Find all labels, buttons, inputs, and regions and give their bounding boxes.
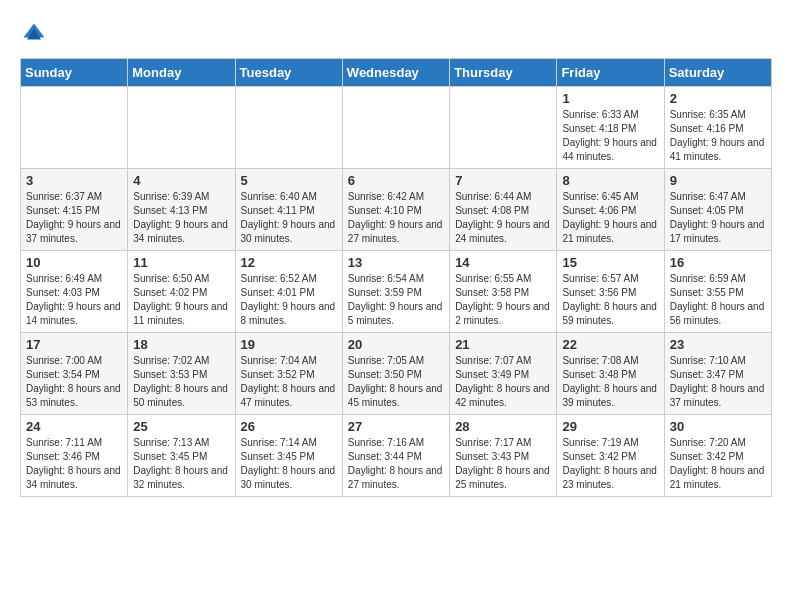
week-row-3: 10Sunrise: 6:49 AM Sunset: 4:03 PM Dayli…: [21, 251, 772, 333]
day-number: 15: [562, 255, 658, 270]
day-number: 2: [670, 91, 766, 106]
day-info: Sunrise: 7:14 AM Sunset: 3:45 PM Dayligh…: [241, 436, 337, 492]
calendar-cell: 24Sunrise: 7:11 AM Sunset: 3:46 PM Dayli…: [21, 415, 128, 497]
day-number: 21: [455, 337, 551, 352]
day-number: 10: [26, 255, 122, 270]
day-number: 29: [562, 419, 658, 434]
day-number: 7: [455, 173, 551, 188]
day-number: 13: [348, 255, 444, 270]
column-header-sunday: Sunday: [21, 59, 128, 87]
day-info: Sunrise: 6:44 AM Sunset: 4:08 PM Dayligh…: [455, 190, 551, 246]
day-info: Sunrise: 7:20 AM Sunset: 3:42 PM Dayligh…: [670, 436, 766, 492]
calendar-cell: 29Sunrise: 7:19 AM Sunset: 3:42 PM Dayli…: [557, 415, 664, 497]
day-number: 30: [670, 419, 766, 434]
calendar-cell: 30Sunrise: 7:20 AM Sunset: 3:42 PM Dayli…: [664, 415, 771, 497]
column-header-friday: Friday: [557, 59, 664, 87]
calendar-cell: 14Sunrise: 6:55 AM Sunset: 3:58 PM Dayli…: [450, 251, 557, 333]
calendar-cell: 4Sunrise: 6:39 AM Sunset: 4:13 PM Daylig…: [128, 169, 235, 251]
calendar-cell: [450, 87, 557, 169]
day-info: Sunrise: 6:52 AM Sunset: 4:01 PM Dayligh…: [241, 272, 337, 328]
day-info: Sunrise: 6:40 AM Sunset: 4:11 PM Dayligh…: [241, 190, 337, 246]
column-header-tuesday: Tuesday: [235, 59, 342, 87]
page-header: [20, 20, 772, 48]
day-info: Sunrise: 6:54 AM Sunset: 3:59 PM Dayligh…: [348, 272, 444, 328]
day-info: Sunrise: 6:33 AM Sunset: 4:18 PM Dayligh…: [562, 108, 658, 164]
day-number: 23: [670, 337, 766, 352]
week-row-2: 3Sunrise: 6:37 AM Sunset: 4:15 PM Daylig…: [21, 169, 772, 251]
day-info: Sunrise: 6:57 AM Sunset: 3:56 PM Dayligh…: [562, 272, 658, 328]
calendar-cell: 21Sunrise: 7:07 AM Sunset: 3:49 PM Dayli…: [450, 333, 557, 415]
week-row-5: 24Sunrise: 7:11 AM Sunset: 3:46 PM Dayli…: [21, 415, 772, 497]
day-number: 19: [241, 337, 337, 352]
calendar-cell: 17Sunrise: 7:00 AM Sunset: 3:54 PM Dayli…: [21, 333, 128, 415]
calendar-cell: 9Sunrise: 6:47 AM Sunset: 4:05 PM Daylig…: [664, 169, 771, 251]
day-number: 9: [670, 173, 766, 188]
calendar-cell: 15Sunrise: 6:57 AM Sunset: 3:56 PM Dayli…: [557, 251, 664, 333]
calendar-cell: 16Sunrise: 6:59 AM Sunset: 3:55 PM Dayli…: [664, 251, 771, 333]
day-info: Sunrise: 7:02 AM Sunset: 3:53 PM Dayligh…: [133, 354, 229, 410]
day-number: 12: [241, 255, 337, 270]
day-info: Sunrise: 6:47 AM Sunset: 4:05 PM Dayligh…: [670, 190, 766, 246]
calendar-cell: 12Sunrise: 6:52 AM Sunset: 4:01 PM Dayli…: [235, 251, 342, 333]
day-info: Sunrise: 6:37 AM Sunset: 4:15 PM Dayligh…: [26, 190, 122, 246]
calendar-cell: 27Sunrise: 7:16 AM Sunset: 3:44 PM Dayli…: [342, 415, 449, 497]
calendar-cell: 19Sunrise: 7:04 AM Sunset: 3:52 PM Dayli…: [235, 333, 342, 415]
day-number: 25: [133, 419, 229, 434]
day-info: Sunrise: 7:13 AM Sunset: 3:45 PM Dayligh…: [133, 436, 229, 492]
day-number: 17: [26, 337, 122, 352]
day-info: Sunrise: 6:49 AM Sunset: 4:03 PM Dayligh…: [26, 272, 122, 328]
calendar-cell: 5Sunrise: 6:40 AM Sunset: 4:11 PM Daylig…: [235, 169, 342, 251]
calendar-table: SundayMondayTuesdayWednesdayThursdayFrid…: [20, 58, 772, 497]
calendar-cell: 2Sunrise: 6:35 AM Sunset: 4:16 PM Daylig…: [664, 87, 771, 169]
day-number: 1: [562, 91, 658, 106]
calendar-cell: [342, 87, 449, 169]
calendar-cell: 13Sunrise: 6:54 AM Sunset: 3:59 PM Dayli…: [342, 251, 449, 333]
day-info: Sunrise: 7:07 AM Sunset: 3:49 PM Dayligh…: [455, 354, 551, 410]
day-number: 27: [348, 419, 444, 434]
calendar-cell: 28Sunrise: 7:17 AM Sunset: 3:43 PM Dayli…: [450, 415, 557, 497]
day-info: Sunrise: 7:17 AM Sunset: 3:43 PM Dayligh…: [455, 436, 551, 492]
day-number: 20: [348, 337, 444, 352]
calendar-cell: 7Sunrise: 6:44 AM Sunset: 4:08 PM Daylig…: [450, 169, 557, 251]
calendar-cell: 11Sunrise: 6:50 AM Sunset: 4:02 PM Dayli…: [128, 251, 235, 333]
week-row-4: 17Sunrise: 7:00 AM Sunset: 3:54 PM Dayli…: [21, 333, 772, 415]
day-number: 24: [26, 419, 122, 434]
calendar-cell: [235, 87, 342, 169]
calendar-cell: 23Sunrise: 7:10 AM Sunset: 3:47 PM Dayli…: [664, 333, 771, 415]
day-info: Sunrise: 6:55 AM Sunset: 3:58 PM Dayligh…: [455, 272, 551, 328]
day-number: 3: [26, 173, 122, 188]
calendar-header-row: SundayMondayTuesdayWednesdayThursdayFrid…: [21, 59, 772, 87]
calendar-cell: 25Sunrise: 7:13 AM Sunset: 3:45 PM Dayli…: [128, 415, 235, 497]
calendar-cell: 6Sunrise: 6:42 AM Sunset: 4:10 PM Daylig…: [342, 169, 449, 251]
day-info: Sunrise: 6:50 AM Sunset: 4:02 PM Dayligh…: [133, 272, 229, 328]
day-info: Sunrise: 7:00 AM Sunset: 3:54 PM Dayligh…: [26, 354, 122, 410]
day-number: 28: [455, 419, 551, 434]
day-number: 6: [348, 173, 444, 188]
column-header-monday: Monday: [128, 59, 235, 87]
day-number: 16: [670, 255, 766, 270]
day-number: 5: [241, 173, 337, 188]
calendar-cell: 3Sunrise: 6:37 AM Sunset: 4:15 PM Daylig…: [21, 169, 128, 251]
day-info: Sunrise: 6:39 AM Sunset: 4:13 PM Dayligh…: [133, 190, 229, 246]
day-number: 14: [455, 255, 551, 270]
day-number: 11: [133, 255, 229, 270]
day-number: 26: [241, 419, 337, 434]
day-info: Sunrise: 7:04 AM Sunset: 3:52 PM Dayligh…: [241, 354, 337, 410]
column-header-thursday: Thursday: [450, 59, 557, 87]
day-number: 4: [133, 173, 229, 188]
calendar-cell: 20Sunrise: 7:05 AM Sunset: 3:50 PM Dayli…: [342, 333, 449, 415]
day-info: Sunrise: 7:19 AM Sunset: 3:42 PM Dayligh…: [562, 436, 658, 492]
day-number: 18: [133, 337, 229, 352]
column-header-wednesday: Wednesday: [342, 59, 449, 87]
day-info: Sunrise: 7:16 AM Sunset: 3:44 PM Dayligh…: [348, 436, 444, 492]
calendar-cell: 10Sunrise: 6:49 AM Sunset: 4:03 PM Dayli…: [21, 251, 128, 333]
day-info: Sunrise: 7:05 AM Sunset: 3:50 PM Dayligh…: [348, 354, 444, 410]
day-info: Sunrise: 6:45 AM Sunset: 4:06 PM Dayligh…: [562, 190, 658, 246]
calendar-cell: [128, 87, 235, 169]
calendar-cell: 22Sunrise: 7:08 AM Sunset: 3:48 PM Dayli…: [557, 333, 664, 415]
column-header-saturday: Saturday: [664, 59, 771, 87]
calendar-cell: 18Sunrise: 7:02 AM Sunset: 3:53 PM Dayli…: [128, 333, 235, 415]
calendar-cell: 1Sunrise: 6:33 AM Sunset: 4:18 PM Daylig…: [557, 87, 664, 169]
week-row-1: 1Sunrise: 6:33 AM Sunset: 4:18 PM Daylig…: [21, 87, 772, 169]
calendar-cell: 8Sunrise: 6:45 AM Sunset: 4:06 PM Daylig…: [557, 169, 664, 251]
